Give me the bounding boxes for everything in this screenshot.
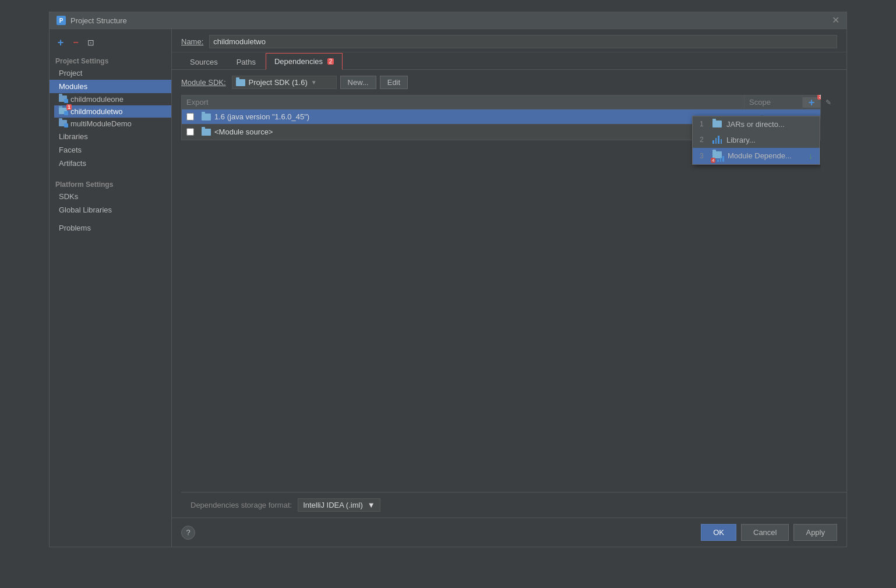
- deps-area: Export Scope + 3 1 JARs o: [172, 95, 846, 518]
- sidebar-toolbar: + − ⊡: [50, 34, 171, 54]
- add-badge: 3: [817, 95, 821, 100]
- deps-inner: Export Scope + 3 1 JARs o: [181, 95, 837, 492]
- platform-section: Platform Settings SDKs Global Libraries: [50, 177, 171, 217]
- sdk-select-wrap: Project SDK (1.6) ▼ New... Edit: [232, 76, 408, 89]
- deps-table-container: Export Scope + 3 1 JARs o: [181, 95, 821, 492]
- sdk-edit-button[interactable]: Edit: [380, 76, 408, 89]
- main-content: Name: Sources Paths Dependencies 2 Modul…: [172, 29, 846, 547]
- add-module-button[interactable]: +: [54, 36, 67, 49]
- project-settings-label: Project Settings: [50, 54, 171, 66]
- deps-side-toolbar: ✎: [821, 95, 837, 492]
- dep-row-content-2: <Module source>: [198, 126, 762, 138]
- module-badge: [64, 99, 68, 103]
- module-badge-multi: [64, 123, 68, 127]
- close-button[interactable]: ✕: [832, 16, 839, 25]
- dep-folder-icon-1: [202, 114, 211, 121]
- module-dep-icon: 4: [712, 151, 723, 161]
- title-bar-left: P Project Structure: [57, 16, 127, 25]
- scope-header: Scope: [745, 95, 803, 109]
- dropdown-item-library[interactable]: 2 Library...: [693, 132, 820, 148]
- down-arrow-icon: ↓: [809, 151, 813, 161]
- tab-sources[interactable]: Sources: [181, 54, 227, 70]
- module-item-multidemo[interactable]: multiModuleDemo: [54, 118, 171, 130]
- dialog-footer: ? OK Cancel Apply: [172, 518, 846, 547]
- sdk-folder-icon: [236, 79, 245, 86]
- tab-dependencies[interactable]: Dependencies 2: [266, 53, 343, 70]
- copy-module-button[interactable]: ⊡: [84, 36, 97, 49]
- module-sdk-row: Module SDK: Project SDK (1.6) ▼ New... E…: [172, 70, 846, 95]
- item-num-3: 3: [700, 152, 708, 160]
- dialog-body: + − ⊡ Project Settings Project Modules: [50, 29, 846, 547]
- sidebar-item-modules[interactable]: Modules: [50, 80, 171, 93]
- dialog-title: Project Structure: [70, 16, 127, 25]
- name-input[interactable]: [209, 35, 837, 48]
- apply-button[interactable]: Apply: [793, 524, 837, 541]
- sidebar-item-sdks[interactable]: SDKs: [50, 190, 171, 203]
- export-checkbox-2[interactable]: [182, 128, 198, 136]
- project-structure-dialog: P Project Structure ✕ + − ⊡ Project Sett…: [49, 12, 847, 547]
- ok-button[interactable]: OK: [701, 524, 736, 541]
- sdk-select[interactable]: Project SDK (1.6) ▼: [232, 76, 337, 89]
- storage-select[interactable]: IntelliJ IDEA (.iml) ▼: [298, 498, 380, 512]
- item-num-2: 2: [700, 136, 708, 144]
- module-list: childmoduleone 1 childmoduletwo: [50, 93, 171, 130]
- problems-section: Problems: [50, 221, 171, 235]
- name-label: Name:: [181, 37, 203, 46]
- name-row: Name:: [172, 29, 846, 52]
- help-button[interactable]: ?: [181, 526, 195, 540]
- remove-module-button[interactable]: −: [69, 36, 82, 49]
- tab-paths[interactable]: Paths: [228, 54, 264, 70]
- title-bar: P Project Structure ✕: [50, 12, 846, 29]
- sidebar: + − ⊡ Project Settings Project Modules: [50, 29, 172, 547]
- export-checkbox-1[interactable]: [182, 113, 198, 121]
- storage-label: Dependencies storage format:: [191, 501, 292, 509]
- tabs-row: Sources Paths Dependencies 2: [172, 52, 846, 70]
- storage-dropdown-arrow: ▼: [368, 501, 375, 509]
- module-folder-icon-active: 1: [59, 108, 68, 116]
- sdk-new-button[interactable]: New...: [340, 76, 376, 89]
- edit-dep-button[interactable]: ✎: [822, 96, 835, 109]
- app-icon: P: [57, 16, 66, 25]
- module-folder-icon: [59, 95, 68, 104]
- module-item-childmoduletwo[interactable]: 1 childmoduletwo: [54, 105, 171, 118]
- sidebar-item-libraries[interactable]: Libraries: [50, 130, 171, 143]
- dep-folder-icon-2: [202, 129, 211, 136]
- badge-4: 4: [711, 158, 715, 163]
- sdk-label: Module SDK:: [181, 78, 226, 87]
- sidebar-item-facets[interactable]: Facets: [50, 143, 171, 157]
- sidebar-item-project[interactable]: Project: [50, 66, 171, 80]
- deps-table-header: Export Scope + 3 1 JARs o: [181, 95, 821, 109]
- storage-row: Dependencies storage format: IntelliJ ID…: [181, 492, 846, 518]
- dropdown-item-module-dep[interactable]: 3 4: [693, 148, 820, 164]
- export-header: Export: [182, 95, 745, 109]
- module-badge-active: [64, 111, 68, 115]
- sidebar-item-global-libraries[interactable]: Global Libraries: [50, 203, 171, 217]
- add-dependency-button[interactable]: + 3 1 JARs or directo...: [803, 97, 820, 108]
- sdk-dropdown-arrow: ▼: [311, 79, 317, 86]
- cancel-button[interactable]: Cancel: [741, 524, 789, 541]
- add-plus-icon: +: [809, 97, 815, 108]
- library-chart-icon: [712, 136, 722, 144]
- item-num-1: 1: [700, 120, 708, 128]
- module-folder-icon-multi: [59, 120, 68, 128]
- add-dropdown-menu: 1 JARs or directo... 2: [692, 116, 820, 165]
- dep-row-content-1: 1.6 (java version "1.6.0_45"): [198, 111, 762, 123]
- jars-folder-icon: [712, 121, 722, 127]
- module-item-childmoduleone[interactable]: childmoduleone: [54, 93, 171, 105]
- sidebar-item-problems[interactable]: Problems: [50, 221, 171, 235]
- module-error-badge: 1: [66, 104, 72, 110]
- dependencies-badge: 2: [327, 58, 334, 65]
- sidebar-item-artifacts[interactable]: Artifacts: [50, 157, 171, 170]
- platform-settings-label: Platform Settings: [50, 177, 171, 190]
- dropdown-item-jars[interactable]: 1 JARs or directo...: [693, 116, 820, 132]
